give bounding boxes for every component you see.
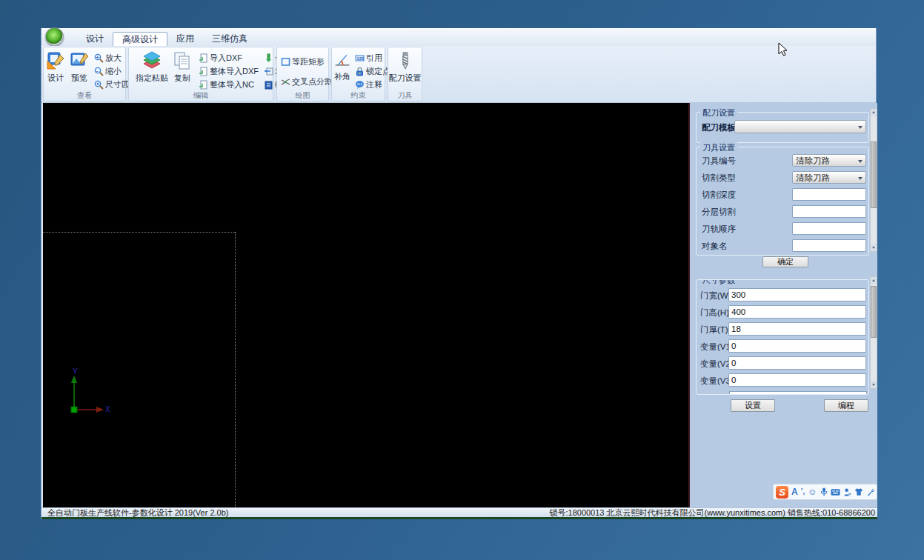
cut-type-select[interactable]: 清除刀路 xyxy=(792,171,866,184)
chevron-down-icon xyxy=(858,177,862,180)
merge-icon xyxy=(264,53,273,63)
ime-microphone-icon[interactable] xyxy=(820,487,828,497)
cut-depth-input[interactable] xyxy=(792,188,866,201)
layer-cut-input[interactable] xyxy=(792,205,866,218)
variable-v3-input[interactable] xyxy=(728,373,866,387)
ribbon-group-draw: 等距矩形 交叉点分割 绘图 xyxy=(276,47,329,101)
scroll-up-icon[interactable] xyxy=(871,109,877,116)
svg-text:-: - xyxy=(96,67,99,73)
panel-scrollbar-bottom[interactable] xyxy=(870,276,877,389)
ime-skin-icon[interactable] xyxy=(854,487,863,496)
path-order-label: 刀轨顺序 xyxy=(702,224,736,235)
door-thickness-input[interactable] xyxy=(728,322,866,336)
comment-bubble-icon xyxy=(355,80,365,90)
fill-angle-button[interactable]: 补角 xyxy=(332,50,353,82)
y-axis-label: Y xyxy=(73,368,78,376)
path-order-input[interactable] xyxy=(792,222,866,235)
copy-button[interactable]: 复制 xyxy=(170,50,194,84)
status-license-info: 锁号:18000013 北京云熙时代科技有限公司(www.yunxitimes.… xyxy=(549,508,875,517)
zoom-out-icon: - xyxy=(94,67,104,76)
panel-outline-right-dashed xyxy=(235,232,236,507)
ime-keyboard-icon[interactable] xyxy=(831,488,840,496)
cut-type-label: 切割类型 xyxy=(702,173,736,184)
ribbon: 设计 预览 + xyxy=(41,46,876,103)
ime-punctuation-icon[interactable]: ’, xyxy=(801,484,805,499)
fit-size-icon xyxy=(94,80,104,90)
svg-text:+: + xyxy=(96,54,99,59)
clipped-input-row xyxy=(729,391,867,395)
tool-no-select[interactable]: 清除刀路 xyxy=(792,154,866,167)
copy-icon xyxy=(173,51,192,70)
import-whole-nc-button[interactable]: 整体导入NC xyxy=(197,78,260,91)
door-height-input[interactable] xyxy=(728,305,866,319)
ime-language-icon[interactable]: A xyxy=(791,484,798,499)
iso-rect-button[interactable]: 等距矩形 xyxy=(279,55,326,68)
app-menu-orb-icon[interactable] xyxy=(45,27,64,46)
ribbon-tab-bar: 设计 高级设计 应用 三维仿真 xyxy=(41,28,876,46)
variable-v2-input[interactable] xyxy=(728,356,866,370)
program-action-button[interactable]: 编程 xyxy=(824,399,868,412)
svg-text:123: 123 xyxy=(357,56,364,60)
import-file-icon xyxy=(199,67,208,76)
drawing-canvas[interactable]: Y X xyxy=(43,103,690,507)
object-name-input[interactable] xyxy=(792,239,866,252)
variable-v1-input[interactable] xyxy=(728,339,866,353)
tab-advanced-design[interactable]: 高级设计 xyxy=(113,32,167,46)
cut-depth-label: 切割深度 xyxy=(702,190,736,201)
scrollbar-thumb[interactable] xyxy=(871,141,877,208)
settings-button[interactable]: 设置 xyxy=(731,399,775,412)
status-app-title: 全自动门板生产线软件-参数化设计 2019(Ver 2.0b) xyxy=(47,508,229,517)
sogou-logo-icon[interactable]: S xyxy=(776,486,788,499)
ribbon-group-view: 设计 预览 + xyxy=(43,47,126,101)
preview-button[interactable]: 预览 xyxy=(67,50,91,84)
layer-cut-label: 分层切割 xyxy=(702,207,736,218)
door-thickness-label: 门厚(T) xyxy=(700,324,728,336)
ribbon-group-edit: 指定粘贴 复制 xyxy=(128,47,273,101)
ime-toolbox-icon[interactable] xyxy=(866,487,874,497)
object-name-label: 对象名 xyxy=(702,241,728,252)
parameter-panel: 配刀设置 配刀模板 刀具设置 刀具编号 清除刀路 切割类型 xyxy=(690,103,877,507)
chevron-down-icon xyxy=(858,160,862,163)
import-whole-dxf-button[interactable]: 整体导入DXF xyxy=(197,64,260,78)
coordinate-axis-icon: Y X xyxy=(65,368,113,416)
tab-application[interactable]: 应用 xyxy=(167,32,203,46)
reference-icon: 123 xyxy=(355,53,365,63)
drill-bit-icon xyxy=(396,51,414,70)
scroll-down-icon[interactable] xyxy=(871,244,877,251)
clip-icon xyxy=(264,67,273,76)
confirm-button[interactable]: 确定 xyxy=(762,256,808,267)
zoom-in-icon: + xyxy=(94,53,104,63)
rectangle-icon xyxy=(281,57,290,67)
panel-scrollbar-top[interactable] xyxy=(870,108,877,252)
main-area: Y X 配刀设置 配刀模板 刀具设置 xyxy=(41,103,877,507)
door-width-input[interactable] xyxy=(728,288,866,301)
mouse-cursor-icon xyxy=(778,42,788,57)
scroll-down-icon[interactable] xyxy=(871,381,877,388)
window-bottom-edge xyxy=(41,517,877,519)
scrollbar-thumb[interactable] xyxy=(871,286,877,338)
scroll-up-icon[interactable] xyxy=(871,277,877,284)
tool-template-select[interactable] xyxy=(734,120,866,133)
tab-3d-simulation[interactable]: 三维仿真 xyxy=(203,32,256,46)
cross-split-button[interactable]: 交叉点分割 xyxy=(279,75,334,88)
panel-outline-top-dashed xyxy=(43,232,235,233)
design-button[interactable]: 设计 xyxy=(44,50,67,84)
preview-icon xyxy=(70,51,89,70)
door-height-label: 门高(H) xyxy=(700,307,729,319)
ime-user-icon[interactable] xyxy=(843,487,851,497)
lock-icon xyxy=(355,67,365,76)
cross-split-icon xyxy=(281,77,290,87)
tool-template-label: 配刀模板 xyxy=(702,122,736,133)
layers-icon xyxy=(142,51,162,70)
tab-design[interactable]: 设计 xyxy=(77,32,113,46)
design-icon xyxy=(46,51,65,70)
paste-special-button[interactable]: 指定粘贴 xyxy=(133,50,170,84)
app-window: 设计 高级设计 应用 三维仿真 设计 xyxy=(41,28,877,519)
tool-config-button[interactable]: 配刀设置 xyxy=(387,50,424,84)
import-dxf-button[interactable]: 导入DXF xyxy=(197,51,260,64)
import-file-icon xyxy=(199,53,208,63)
sogou-ime-bar[interactable]: S A ’, ☺ xyxy=(773,484,877,500)
x-axis-label: X xyxy=(105,405,110,413)
chevron-down-icon xyxy=(858,126,862,129)
ime-emoji-icon[interactable]: ☺ xyxy=(808,484,817,499)
